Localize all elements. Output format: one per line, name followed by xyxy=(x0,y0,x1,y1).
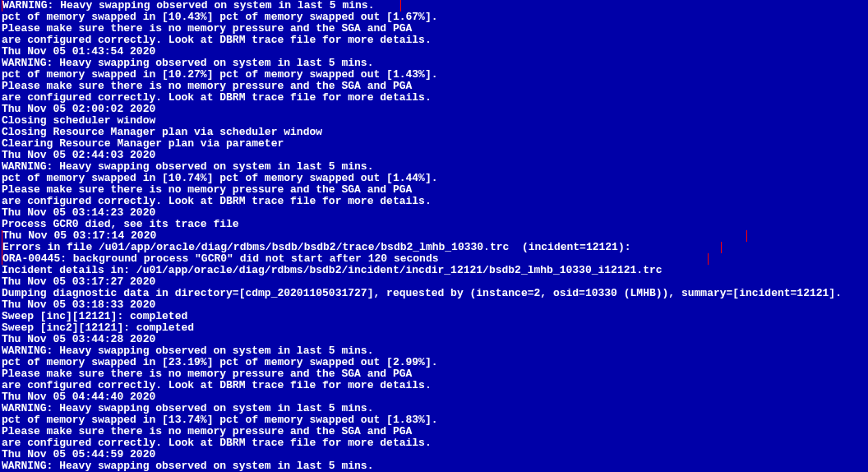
log-line: Sweep [inc2][12121]: completed xyxy=(2,322,866,334)
log-line: WARNING: Heavy swapping observed on syst… xyxy=(2,0,866,12)
log-line: Please make sure there is no memory pres… xyxy=(2,426,866,437)
log-line: pct of memory swapped in [10.43%] pct of… xyxy=(2,12,866,23)
log-line: Thu Nov 05 05:44:59 2020 xyxy=(2,449,866,460)
log-line: pct of memory swapped in [13.74%] pct of… xyxy=(2,414,866,426)
log-line: Thu Nov 05 03:17:14 2020 xyxy=(2,230,866,242)
log-line: pct of memory swapped in [10.27%] pct of… xyxy=(2,69,866,81)
log-line: Errors in file /u01/app/oracle/diag/rdbm… xyxy=(2,242,866,253)
log-line: Thu Nov 05 03:14:23 2020 xyxy=(2,207,866,219)
log-line: Thu Nov 05 04:44:40 2020 xyxy=(2,391,866,403)
log-line: Thu Nov 05 01:43:54 2020 xyxy=(2,46,866,58)
log-line: WARNING: Heavy swapping observed on syst… xyxy=(2,460,866,472)
log-line: Thu Nov 05 03:17:27 2020 xyxy=(2,276,866,288)
log-line: are configured correctly. Look at DBRM t… xyxy=(2,380,866,391)
log-line: Thu Nov 05 03:44:28 2020 xyxy=(2,334,866,345)
log-line: Please make sure there is no memory pres… xyxy=(2,23,866,35)
log-line: Thu Nov 05 02:44:03 2020 xyxy=(2,150,866,161)
log-line: WARNING: Heavy swapping observed on syst… xyxy=(2,58,866,69)
log-line: Thu Nov 05 02:00:02 2020 xyxy=(2,104,866,115)
log-line: pct of memory swapped in [10.74%] pct of… xyxy=(2,173,866,184)
log-line: Closing scheduler window xyxy=(2,115,866,127)
log-line: Incident details in: /u01/app/oracle/dia… xyxy=(2,265,866,276)
log-line: Please make sure there is no memory pres… xyxy=(2,81,866,92)
log-line: WARNING: Heavy swapping observed on syst… xyxy=(2,403,866,414)
log-line: are configured correctly. Look at DBRM t… xyxy=(2,35,866,46)
log-line: WARNING: Heavy swapping observed on syst… xyxy=(2,345,866,357)
log-line: WARNING: Heavy swapping observed on syst… xyxy=(2,161,866,173)
log-line: Clearing Resource Manager plan via param… xyxy=(2,138,866,150)
log-line: Please make sure there is no memory pres… xyxy=(2,368,866,380)
log-line: are configured correctly. Look at DBRM t… xyxy=(2,196,866,207)
log-line: Thu Nov 05 03:18:33 2020 xyxy=(2,299,866,311)
log-line: are configured correctly. Look at DBRM t… xyxy=(2,437,866,449)
log-line: ORA-00445: background process "GCR0" did… xyxy=(2,253,866,265)
log-line: Process GCR0 died, see its trace file xyxy=(2,219,866,230)
log-line: Dumping diagnostic data in directory=[cd… xyxy=(2,288,866,299)
log-line: are configured correctly. Look at DBRM t… xyxy=(2,92,866,104)
log-line: Closing Resource Manager plan via schedu… xyxy=(2,127,866,138)
log-line: Sweep [inc][12121]: completed xyxy=(2,311,866,322)
log-line: Please make sure there is no memory pres… xyxy=(2,184,866,196)
log-line: pct of memory swapped in [23.19%] pct of… xyxy=(2,357,866,368)
terminal-output[interactable]: WARNING: Heavy swapping observed on syst… xyxy=(0,0,868,472)
